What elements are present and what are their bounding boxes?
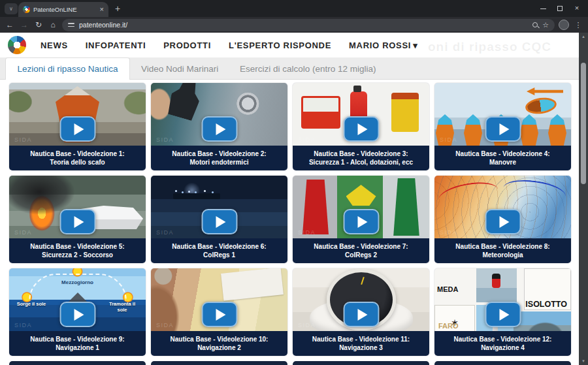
video-card-12[interactable]: ✶ MEDA ISOLOTTO FARO SIDA Nautica Base -… — [434, 268, 571, 356]
page-tab-bar: Lezioni di ripasso Nautica Video Nodi Ma… — [0, 57, 579, 80]
user-menu[interactable]: MARIO ROSSI▾ — [349, 40, 417, 50]
ship-lights-art — [175, 190, 177, 192]
tab-close-icon[interactable]: × — [100, 6, 104, 13]
play-icon — [499, 123, 509, 135]
caption-line1: Nautica Base - Videolezione 3: — [293, 150, 429, 159]
nav-item-news[interactable]: NEWS — [41, 40, 68, 50]
chevron-down-icon: ▾ — [413, 40, 417, 50]
scroll-down-icon[interactable]: ▼ — [579, 357, 588, 365]
play-button[interactable] — [201, 116, 237, 142]
video-card-3[interactable]: SIDA Nautica Base - Videolezione 3: Sicu… — [293, 83, 429, 170]
video-caption: Nautica Base - Videolezione 12: Navigazi… — [434, 331, 571, 356]
minimize-icon[interactable] — [534, 4, 551, 12]
browser-window: ∨ PatenteOnLINE × + × ← → ↻ ⌂ patenteonl… — [0, 0, 588, 365]
menu-kebab-icon[interactable]: ⋮ — [573, 22, 583, 29]
noon-label: Mezzogiorno — [61, 279, 93, 285]
caption-line1: Nautica Base - Videolezione 8: — [434, 242, 571, 251]
forward-icon[interactable]: → — [19, 21, 29, 29]
play-button[interactable] — [485, 209, 521, 234]
play-button[interactable] — [343, 116, 379, 142]
window-controls: × — [534, 0, 585, 16]
play-icon — [357, 123, 367, 135]
meda-buoy-art — [492, 274, 500, 288]
back-icon[interactable]: ← — [5, 21, 15, 29]
browser-chrome: ∨ PatenteOnLINE × + × ← → ↻ ⌂ patenteonl… — [0, 0, 588, 33]
video-caption: Nautica Base - Videolezione 6: ColRegs 1 — [151, 238, 287, 263]
play-button[interactable] — [59, 302, 95, 327]
caption-line1: Nautica Base - Videolezione 6: — [151, 242, 287, 251]
nav-item-esperto[interactable]: L'ESPERTO RISPONDE — [229, 40, 331, 50]
play-icon — [357, 216, 367, 228]
caption-line1: Nautica Base - Videolezione 5: — [9, 242, 146, 251]
video-card-10[interactable]: SIDA Nautica Base - Videolezione 10: Nav… — [151, 268, 287, 356]
page-scrollbar[interactable]: ▲ ▼ — [579, 33, 588, 365]
caption-line2: Teoria dello scafo — [9, 158, 146, 167]
video-caption: Nautica Base - Videolezione 2: Motori en… — [151, 146, 287, 170]
site-logo[interactable] — [8, 36, 26, 54]
nav-item-prodotti[interactable]: PRODOTTI — [163, 40, 211, 50]
home-icon[interactable]: ⌂ — [48, 21, 58, 29]
scrollbar-thumb[interactable] — [581, 63, 586, 184]
bookmark-star-icon[interactable]: ☆ — [542, 21, 549, 29]
turning-boat-art — [525, 96, 558, 116]
video-card-9[interactable]: Mezzogiorno Sorge il sole Tramonta il so… — [9, 268, 146, 356]
play-button[interactable] — [201, 209, 237, 234]
play-button[interactable] — [59, 209, 95, 234]
caption-line2: Meteorologia — [434, 251, 571, 260]
video-card-6[interactable]: SIDA Nautica Base - Videolezione 6: ColR… — [151, 176, 287, 263]
caption-line1: Nautica Base - Videolezione 11: — [293, 335, 429, 344]
play-button[interactable] — [343, 209, 379, 234]
video-caption: Nautica Base - Videolezione 9: Navigazio… — [9, 331, 146, 356]
tab-video-nodi[interactable]: Video Nodi Marinari — [141, 57, 218, 80]
caption-line1: Nautica Base - Videolezione 12: — [434, 335, 571, 344]
next-row-card-top — [9, 361, 146, 365]
sida-watermark: SIDA — [156, 229, 174, 236]
tab-search-button[interactable]: ∨ — [5, 3, 18, 14]
site-settings-icon[interactable] — [68, 22, 74, 28]
address-bar[interactable]: patenteonline.it/ ☆ — [62, 19, 555, 31]
video-grid: SIDA Nautica Base - Videolezione 1: Teor… — [0, 80, 579, 365]
caption-line2: ColRegs 2 — [293, 251, 429, 260]
scroll-up-icon[interactable]: ▲ — [579, 33, 588, 40]
video-caption: Nautica Base - Videolezione 8: Meteorolo… — [434, 238, 571, 263]
video-card-4[interactable]: SIDA Nautica Base - Videolezione 4: Mano… — [434, 83, 571, 170]
profile-avatar[interactable] — [559, 20, 569, 30]
video-card-5[interactable]: SIDA Nautica Base - Videolezione 5: Sicu… — [9, 176, 146, 263]
play-icon — [74, 216, 84, 228]
video-card-1[interactable]: SIDA Nautica Base - Videolezione 1: Teor… — [9, 83, 146, 170]
tab-esercizi-calcolo[interactable]: Esercizi di calcolo (entro 12 miglia) — [240, 57, 376, 80]
caption-line1: Nautica Base - Videolezione 10: — [151, 335, 287, 344]
video-card-8[interactable]: SIDA Nautica Base - Videolezione 8: Mete… — [434, 176, 571, 263]
video-card-7[interactable]: SIDA Nautica Base - Videolezione 7: ColR… — [293, 176, 429, 263]
maximize-icon[interactable] — [551, 4, 568, 12]
zoom-icon[interactable] — [532, 22, 538, 27]
sida-watermark: SIDA — [14, 229, 32, 236]
refresh-icon[interactable]: ↻ — [33, 21, 44, 29]
play-button[interactable] — [201, 302, 237, 327]
video-caption: Nautica Base - Videolezione 4: Manovre — [434, 146, 571, 170]
caption-line2: Manovre — [434, 158, 571, 167]
browser-toolbar: ← → ↻ ⌂ patenteonline.it/ ☆ ⋮ — [0, 17, 588, 33]
next-row-card-top — [293, 361, 429, 365]
play-button[interactable] — [343, 302, 379, 327]
new-tab-button[interactable]: + — [115, 3, 120, 14]
browser-tab[interactable]: PatenteOnLINE × — [18, 2, 108, 17]
next-row-card-top — [434, 361, 571, 365]
warm-front-art — [437, 178, 500, 210]
caption-line1: Nautica Base - Videolezione 2: — [151, 150, 287, 159]
yellow-buoy-art — [346, 185, 376, 206]
site-favicon-icon — [23, 6, 30, 13]
play-button[interactable] — [485, 116, 521, 142]
sida-watermark: SIDA — [156, 136, 174, 143]
video-card-2[interactable]: SIDA Nautica Base - Videolezione 2: Moto… — [151, 83, 287, 170]
play-icon — [216, 216, 225, 228]
sunrise-label: Sorge il sole — [14, 302, 48, 308]
close-icon[interactable]: × — [568, 4, 585, 12]
video-card-11[interactable]: SIDA Nautica Base - Videolezione 11: Nav… — [293, 268, 429, 356]
play-button[interactable] — [485, 302, 521, 327]
play-button[interactable] — [59, 116, 95, 142]
tab-lezioni-nautica[interactable]: Lezioni di ripasso Nautica — [5, 57, 130, 80]
green-buoy-art — [392, 178, 421, 236]
next-row-card-top — [151, 361, 287, 365]
nav-item-infopatenti[interactable]: INFOPATENTI — [86, 40, 146, 50]
